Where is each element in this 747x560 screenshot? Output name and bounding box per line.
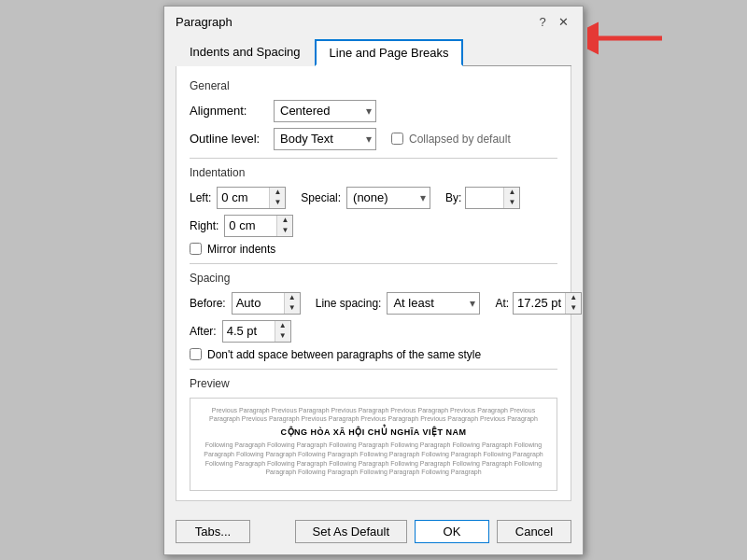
left-spin-up[interactable]: ▲ bbox=[270, 188, 285, 198]
tabs-button[interactable]: Tabs... bbox=[176, 520, 250, 543]
line-spacing-dropdown-wrapper: At least Single 1.5 lines Double Exactly… bbox=[387, 292, 480, 315]
line-spacing-select[interactable]: At least Single 1.5 lines Double Exactly… bbox=[387, 292, 480, 315]
preview-main-para: CỘNG HÒA XÃ HỘI CHỦ NGHĨA VIỆT NAM bbox=[198, 427, 549, 437]
at-spin-down[interactable]: ▼ bbox=[566, 303, 581, 314]
preview-box: Previous Paragraph Previous Paragraph Pr… bbox=[190, 398, 557, 491]
alignment-select[interactable]: Centered Left Right Justified bbox=[274, 100, 376, 122]
before-spinner: ▲ ▼ bbox=[232, 292, 301, 315]
at-spin-buttons: ▲ ▼ bbox=[565, 293, 581, 314]
before-spin-down[interactable]: ▼ bbox=[285, 303, 300, 314]
general-divider bbox=[190, 158, 557, 159]
before-label: Before: bbox=[190, 297, 226, 310]
close-icon[interactable]: ✕ bbox=[555, 14, 571, 31]
after-spin-down[interactable]: ▼ bbox=[275, 331, 290, 342]
after-label: After: bbox=[190, 325, 217, 338]
indentation-divider bbox=[190, 263, 557, 264]
alignment-dropdown-wrapper: Centered Left Right Justified bbox=[274, 100, 376, 122]
spacing-after-row: After: ▲ ▼ bbox=[190, 320, 557, 343]
right-spin-up[interactable]: ▲ bbox=[277, 216, 292, 226]
special-select[interactable]: (none) First line Hanging bbox=[346, 187, 430, 209]
title-icons: ? ✕ bbox=[534, 14, 571, 31]
before-spin-up[interactable]: ▲ bbox=[285, 293, 300, 303]
title-bar: Paragraph ? ✕ bbox=[164, 7, 583, 31]
left-input[interactable] bbox=[218, 188, 269, 208]
after-row: After: ▲ ▼ bbox=[190, 320, 291, 343]
indent-by-row: By: ▲ ▼ bbox=[445, 187, 520, 209]
outline-row: Outline level: Body Text Level 1 Level 2… bbox=[190, 128, 557, 150]
after-input[interactable] bbox=[223, 321, 275, 342]
after-spin-buttons: ▲ ▼ bbox=[275, 321, 290, 342]
collapsed-checkbox[interactable] bbox=[391, 133, 403, 145]
dont-add-space-label: Don't add space between paragraphs of th… bbox=[207, 348, 481, 361]
arrow-indicator bbox=[587, 21, 671, 55]
outline-select[interactable]: Body Text Level 1 Level 2 bbox=[274, 128, 376, 150]
at-spinner: ▲ ▼ bbox=[513, 292, 582, 315]
bottom-buttons: Tabs... Set As Default OK Cancel bbox=[164, 512, 583, 554]
alignment-row: Alignment: Centered Left Right Justified bbox=[190, 100, 557, 122]
paragraph-dialog: Paragraph ? ✕ Indents and Spacing Line a… bbox=[163, 6, 584, 555]
left-spinner: ▲ ▼ bbox=[217, 187, 286, 209]
after-spinner: ▲ ▼ bbox=[222, 320, 291, 343]
by-input[interactable] bbox=[466, 188, 503, 208]
by-spin-up[interactable]: ▲ bbox=[504, 188, 519, 198]
preview-follow-para: Following Paragraph Following Paragraph … bbox=[198, 441, 549, 477]
set-default-button[interactable]: Set As Default bbox=[295, 520, 407, 543]
preview-prev-para: Previous Paragraph Previous Paragraph Pr… bbox=[198, 406, 549, 425]
right-spin-buttons: ▲ ▼ bbox=[276, 216, 292, 236]
spacing-section-label: Spacing bbox=[190, 272, 557, 285]
at-spin-up[interactable]: ▲ bbox=[566, 293, 581, 303]
tab-line-page-breaks[interactable]: Line and Page Breaks bbox=[315, 39, 464, 66]
right-spin-down[interactable]: ▼ bbox=[277, 226, 292, 236]
mirror-checkbox[interactable] bbox=[190, 243, 202, 255]
line-spacing-row: Line spacing: At least Single 1.5 lines … bbox=[316, 292, 481, 315]
at-input[interactable] bbox=[514, 293, 565, 314]
ok-button[interactable]: OK bbox=[415, 520, 489, 543]
dont-add-space-checkbox[interactable] bbox=[190, 348, 202, 360]
general-section-label: General bbox=[190, 79, 557, 92]
alignment-label: Alignment: bbox=[190, 104, 274, 118]
tab-indents-spacing[interactable]: Indents and Spacing bbox=[176, 39, 315, 66]
before-spin-buttons: ▲ ▼ bbox=[284, 293, 300, 314]
indentation-left-right: Left: ▲ ▼ Special: (none) First bbox=[190, 187, 557, 209]
indentation-right-row: Right: ▲ ▼ bbox=[190, 215, 557, 237]
help-icon[interactable]: ? bbox=[534, 14, 551, 31]
indent-right-row: Right: ▲ ▼ bbox=[190, 215, 293, 237]
dialog-content: General Alignment: Centered Left Right J… bbox=[176, 66, 571, 501]
dialog-title: Paragraph bbox=[176, 15, 233, 29]
tabs: Indents and Spacing Line and Page Breaks bbox=[176, 38, 571, 66]
special-label: Special: bbox=[301, 191, 341, 204]
spacing-before-linespacing: Before: ▲ ▼ Line spacing: At least bbox=[190, 292, 557, 315]
mirror-row: Mirror indents bbox=[190, 243, 557, 256]
right-spinner: ▲ ▼ bbox=[224, 215, 293, 237]
before-input[interactable] bbox=[233, 293, 284, 314]
collapsed-row: Collapsed by default bbox=[391, 133, 511, 146]
outline-dropdown-wrapper: Body Text Level 1 Level 2 bbox=[274, 128, 376, 150]
indent-left-row: Left: ▲ ▼ bbox=[190, 187, 286, 209]
indent-special-row: Special: (none) First line Hanging bbox=[301, 187, 430, 209]
collapsed-label: Collapsed by default bbox=[409, 133, 511, 146]
indentation-section-label: Indentation bbox=[190, 166, 557, 179]
preview-section-label: Preview bbox=[190, 377, 557, 390]
cancel-button[interactable]: Cancel bbox=[497, 520, 571, 543]
by-spin-down[interactable]: ▼ bbox=[504, 198, 519, 208]
by-spin-buttons: ▲ ▼ bbox=[503, 188, 519, 208]
line-spacing-label: Line spacing: bbox=[316, 297, 382, 310]
before-row: Before: ▲ ▼ bbox=[190, 292, 301, 315]
left-spin-buttons: ▲ ▼ bbox=[269, 188, 285, 208]
at-label: At: bbox=[495, 297, 509, 310]
right-input[interactable] bbox=[225, 216, 276, 236]
right-buttons: Set As Default OK Cancel bbox=[295, 520, 571, 543]
outline-label: Outline level: bbox=[190, 132, 274, 146]
left-spin-down[interactable]: ▼ bbox=[270, 198, 285, 208]
after-spin-up[interactable]: ▲ bbox=[275, 321, 290, 331]
by-label: By: bbox=[445, 191, 461, 204]
at-row: At: ▲ ▼ bbox=[495, 292, 582, 315]
by-spinner: ▲ ▼ bbox=[465, 187, 520, 209]
left-label: Left: bbox=[190, 191, 211, 204]
mirror-label: Mirror indents bbox=[207, 243, 275, 256]
right-label: Right: bbox=[190, 219, 218, 232]
special-dropdown-wrapper: (none) First line Hanging bbox=[346, 187, 430, 209]
red-arrow-icon bbox=[587, 21, 671, 55]
dont-add-space-row: Don't add space between paragraphs of th… bbox=[190, 348, 557, 361]
spacing-divider bbox=[190, 369, 557, 370]
